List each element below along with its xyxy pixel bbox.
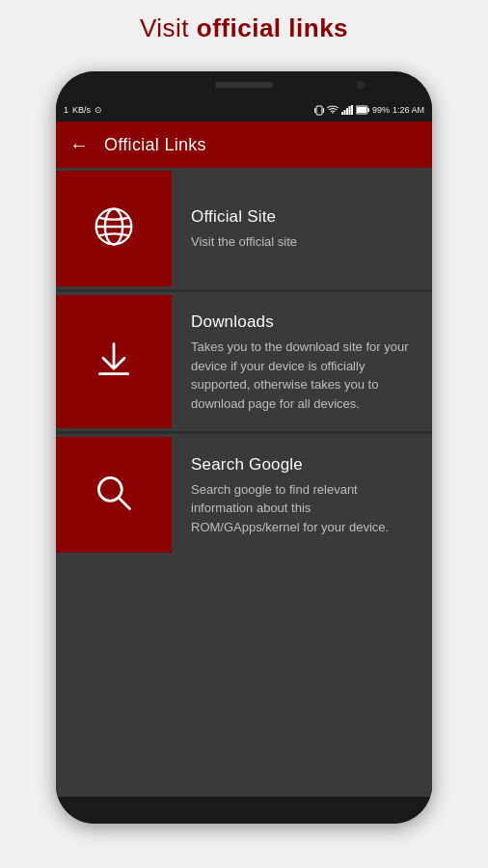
kb-value: 1	[64, 105, 68, 115]
phone-speaker	[215, 82, 273, 88]
search-google-desc: Search google to find relevant informati…	[191, 480, 417, 537]
page-title: Visit official links	[0, 14, 488, 43]
divider-2	[56, 431, 432, 434]
screen: 1 KB/s ⊙	[56, 98, 432, 797]
page-title-bold: official links	[197, 14, 348, 42]
list-item-downloads[interactable]: Downloads Takes you to the download site…	[56, 295, 432, 428]
svg-rect-9	[357, 107, 366, 113]
divider-1	[56, 289, 432, 292]
svg-rect-2	[323, 108, 324, 113]
downloads-icon-area	[56, 295, 172, 428]
status-bar-left: 1 KB/s ⊙	[64, 105, 102, 115]
svg-rect-7	[351, 105, 353, 115]
official-site-text: Official Site Visit the official site	[172, 171, 432, 286]
status-bar-right: 99% 1:26 AM	[314, 105, 424, 116]
search-google-icon-area	[56, 437, 172, 553]
download-icon	[93, 339, 135, 385]
svg-rect-3	[341, 112, 343, 115]
downloads-title: Downloads	[191, 312, 417, 332]
official-site-desc: Visit the official site	[191, 232, 417, 252]
target-icon: ⊙	[95, 105, 102, 115]
phone-camera	[357, 81, 365, 89]
official-site-icon-area	[56, 171, 172, 286]
svg-line-17	[120, 499, 130, 509]
page-wrapper: Visit official links 1 KB/s ⊙	[0, 0, 488, 868]
signal-icon	[341, 105, 353, 115]
phone-top	[56, 71, 432, 98]
content-list: Official Site Visit the official site	[56, 168, 432, 797]
official-site-title: Official Site	[191, 207, 417, 227]
search-google-text: Search Google Search google to find rele…	[172, 437, 432, 553]
toolbar: ← Official Links	[56, 122, 432, 168]
svg-rect-10	[367, 108, 369, 112]
svg-rect-0	[316, 106, 322, 115]
downloads-text: Downloads Takes you to the download site…	[172, 295, 432, 428]
toolbar-title: Official Links	[104, 135, 206, 155]
globe-icon	[93, 205, 135, 252]
list-item-official-site[interactable]: Official Site Visit the official site	[56, 171, 432, 286]
battery-percent: 99%	[372, 105, 390, 115]
svg-rect-1	[314, 108, 315, 113]
time-display: 1:26 AM	[393, 105, 424, 115]
wifi-icon	[327, 105, 339, 115]
page-title-prefix: Visit	[140, 14, 197, 42]
svg-rect-6	[348, 106, 350, 115]
back-button[interactable]: ←	[69, 134, 89, 156]
vibrate-icon	[314, 105, 324, 116]
search-icon	[93, 472, 135, 518]
list-item-search-google[interactable]: Search Google Search google to find rele…	[56, 437, 432, 553]
status-bar: 1 KB/s ⊙	[56, 98, 432, 122]
phone-frame: 1 KB/s ⊙	[56, 71, 432, 824]
battery-icon	[356, 105, 369, 115]
svg-rect-4	[343, 110, 345, 115]
phone-bottom	[56, 797, 432, 824]
search-google-title: Search Google	[191, 455, 417, 475]
kb-label: KB/s	[72, 105, 91, 115]
downloads-desc: Takes you to the download site for your …	[191, 338, 417, 413]
svg-rect-5	[346, 108, 348, 115]
